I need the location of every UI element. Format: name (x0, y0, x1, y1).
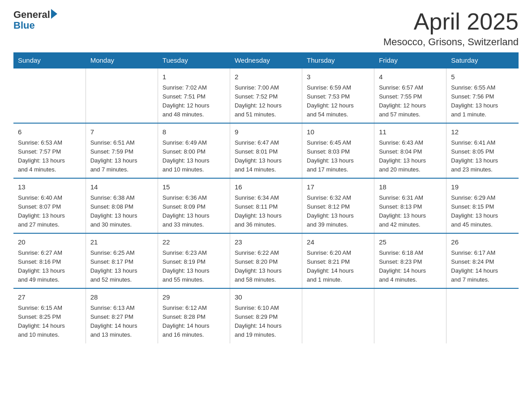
day-number: 18 (379, 182, 442, 193)
day-number: 23 (235, 237, 297, 248)
logo-arrow-icon (51, 9, 57, 19)
day-number: 30 (235, 292, 297, 303)
calendar-cell: 22Sunrise: 6:23 AMSunset: 8:19 PMDayligh… (158, 233, 230, 288)
logo-blue-text: Blue (13, 20, 35, 31)
day-info: Sunrise: 6:25 AMSunset: 8:17 PMDaylight:… (90, 248, 153, 285)
day-number: 25 (379, 237, 442, 248)
calendar-header: SundayMondayTuesdayWednesdayThursdayFrid… (13, 53, 519, 68)
calendar-cell: 19Sunrise: 6:29 AMSunset: 8:15 PMDayligh… (446, 178, 519, 233)
day-number: 22 (163, 237, 225, 248)
calendar-cell: 21Sunrise: 6:25 AMSunset: 8:17 PMDayligh… (86, 233, 158, 288)
calendar-cell: 2Sunrise: 7:00 AMSunset: 7:52 PMDaylight… (230, 68, 302, 123)
day-info: Sunrise: 6:55 AMSunset: 7:56 PMDaylight:… (451, 83, 514, 120)
week-row-4: 20Sunrise: 6:27 AMSunset: 8:16 PMDayligh… (13, 233, 519, 288)
day-info: Sunrise: 6:12 AMSunset: 8:28 PMDaylight:… (163, 304, 225, 340)
day-number: 19 (451, 182, 514, 193)
logo: General Blue (13, 9, 58, 31)
day-info: Sunrise: 6:41 AMSunset: 8:05 PMDaylight:… (451, 138, 514, 175)
calendar-cell (302, 288, 374, 343)
week-row-1: 1Sunrise: 7:02 AMSunset: 7:51 PMDaylight… (13, 68, 519, 123)
day-header-saturday: Saturday (446, 53, 519, 68)
day-number: 2 (235, 72, 297, 82)
calendar-cell (13, 68, 86, 123)
days-of-week-row: SundayMondayTuesdayWednesdayThursdayFrid… (13, 53, 519, 68)
day-info: Sunrise: 6:43 AMSunset: 8:04 PMDaylight:… (379, 138, 442, 175)
day-info: Sunrise: 6:53 AMSunset: 7:57 PMDaylight:… (18, 138, 81, 175)
day-number: 16 (235, 182, 297, 193)
calendar-cell: 25Sunrise: 6:18 AMSunset: 8:23 PMDayligh… (374, 233, 446, 288)
day-number: 15 (163, 182, 225, 193)
calendar-cell: 7Sunrise: 6:51 AMSunset: 7:59 PMDaylight… (86, 123, 158, 178)
calendar-cell: 4Sunrise: 6:57 AMSunset: 7:55 PMDaylight… (374, 68, 446, 123)
day-number: 9 (235, 127, 297, 137)
calendar-cell: 29Sunrise: 6:12 AMSunset: 8:28 PMDayligh… (158, 288, 230, 343)
day-info: Sunrise: 6:59 AMSunset: 7:53 PMDaylight:… (307, 83, 369, 120)
calendar-cell: 26Sunrise: 6:17 AMSunset: 8:24 PMDayligh… (446, 233, 519, 288)
calendar-cell: 17Sunrise: 6:32 AMSunset: 8:12 PMDayligh… (302, 178, 374, 233)
day-number: 28 (90, 292, 153, 303)
day-number: 5 (451, 72, 514, 82)
calendar-cell: 12Sunrise: 6:41 AMSunset: 8:05 PMDayligh… (446, 123, 519, 178)
day-info: Sunrise: 6:45 AMSunset: 8:03 PMDaylight:… (307, 138, 369, 175)
day-number: 8 (163, 127, 225, 137)
day-number: 27 (18, 292, 81, 303)
day-number: 11 (379, 127, 442, 137)
day-number: 24 (307, 237, 369, 248)
day-number: 26 (451, 237, 514, 248)
day-info: Sunrise: 6:15 AMSunset: 8:25 PMDaylight:… (18, 304, 81, 340)
day-number: 13 (18, 182, 81, 193)
title-section: April 2025 Mesocco, Grisons, Switzerland (383, 9, 519, 48)
calendar-cell (446, 288, 519, 343)
day-info: Sunrise: 6:29 AMSunset: 8:15 PMDaylight:… (451, 193, 514, 230)
day-info: Sunrise: 6:31 AMSunset: 8:13 PMDaylight:… (379, 193, 442, 230)
calendar-cell: 13Sunrise: 6:40 AMSunset: 8:07 PMDayligh… (13, 178, 86, 233)
day-number: 29 (163, 292, 225, 303)
week-row-5: 27Sunrise: 6:15 AMSunset: 8:25 PMDayligh… (13, 288, 519, 343)
day-number: 14 (90, 182, 153, 193)
day-info: Sunrise: 6:27 AMSunset: 8:16 PMDaylight:… (18, 248, 81, 285)
calendar-cell: 16Sunrise: 6:34 AMSunset: 8:11 PMDayligh… (230, 178, 302, 233)
calendar-cell (374, 288, 446, 343)
calendar-cell: 30Sunrise: 6:10 AMSunset: 8:29 PMDayligh… (230, 288, 302, 343)
day-header-thursday: Thursday (302, 53, 374, 68)
calendar-cell: 1Sunrise: 7:02 AMSunset: 7:51 PMDaylight… (158, 68, 230, 123)
day-info: Sunrise: 6:51 AMSunset: 7:59 PMDaylight:… (90, 138, 153, 175)
calendar-cell: 24Sunrise: 6:20 AMSunset: 8:21 PMDayligh… (302, 233, 374, 288)
day-header-tuesday: Tuesday (158, 53, 230, 68)
calendar-cell: 15Sunrise: 6:36 AMSunset: 8:09 PMDayligh… (158, 178, 230, 233)
day-number: 6 (18, 127, 81, 137)
day-info: Sunrise: 6:17 AMSunset: 8:24 PMDaylight:… (451, 248, 514, 285)
day-info: Sunrise: 6:57 AMSunset: 7:55 PMDaylight:… (379, 83, 442, 120)
calendar-cell: 9Sunrise: 6:47 AMSunset: 8:01 PMDaylight… (230, 123, 302, 178)
page-header: General Blue April 2025 Mesocco, Grisons… (13, 9, 519, 48)
day-info: Sunrise: 6:13 AMSunset: 8:27 PMDaylight:… (90, 304, 153, 340)
calendar-cell (86, 68, 158, 123)
week-row-2: 6Sunrise: 6:53 AMSunset: 7:57 PMDaylight… (13, 123, 519, 178)
day-header-sunday: Sunday (13, 53, 86, 68)
calendar-cell: 11Sunrise: 6:43 AMSunset: 8:04 PMDayligh… (374, 123, 446, 178)
week-row-3: 13Sunrise: 6:40 AMSunset: 8:07 PMDayligh… (13, 178, 519, 233)
calendar-cell: 27Sunrise: 6:15 AMSunset: 8:25 PMDayligh… (13, 288, 86, 343)
day-info: Sunrise: 6:34 AMSunset: 8:11 PMDaylight:… (235, 193, 297, 230)
day-info: Sunrise: 6:20 AMSunset: 8:21 PMDaylight:… (307, 248, 369, 285)
calendar-cell: 3Sunrise: 6:59 AMSunset: 7:53 PMDaylight… (302, 68, 374, 123)
day-info: Sunrise: 6:18 AMSunset: 8:23 PMDaylight:… (379, 248, 442, 285)
day-info: Sunrise: 6:10 AMSunset: 8:29 PMDaylight:… (235, 304, 297, 340)
day-number: 1 (163, 72, 225, 82)
day-info: Sunrise: 6:32 AMSunset: 8:12 PMDaylight:… (307, 193, 369, 230)
day-info: Sunrise: 6:47 AMSunset: 8:01 PMDaylight:… (235, 138, 297, 175)
calendar-cell: 28Sunrise: 6:13 AMSunset: 8:27 PMDayligh… (86, 288, 158, 343)
calendar-cell: 8Sunrise: 6:49 AMSunset: 8:00 PMDaylight… (158, 123, 230, 178)
day-number: 20 (18, 237, 81, 248)
day-number: 10 (307, 127, 369, 137)
calendar-body: 1Sunrise: 7:02 AMSunset: 7:51 PMDaylight… (13, 68, 519, 343)
calendar-cell: 6Sunrise: 6:53 AMSunset: 7:57 PMDaylight… (13, 123, 86, 178)
day-info: Sunrise: 6:22 AMSunset: 8:20 PMDaylight:… (235, 248, 297, 285)
day-number: 21 (90, 237, 153, 248)
day-header-wednesday: Wednesday (230, 53, 302, 68)
day-header-monday: Monday (86, 53, 158, 68)
day-header-friday: Friday (374, 53, 446, 68)
day-info: Sunrise: 7:02 AMSunset: 7:51 PMDaylight:… (163, 83, 225, 120)
calendar-table: SundayMondayTuesdayWednesdayThursdayFrid… (13, 52, 519, 343)
day-info: Sunrise: 6:36 AMSunset: 8:09 PMDaylight:… (163, 193, 225, 230)
